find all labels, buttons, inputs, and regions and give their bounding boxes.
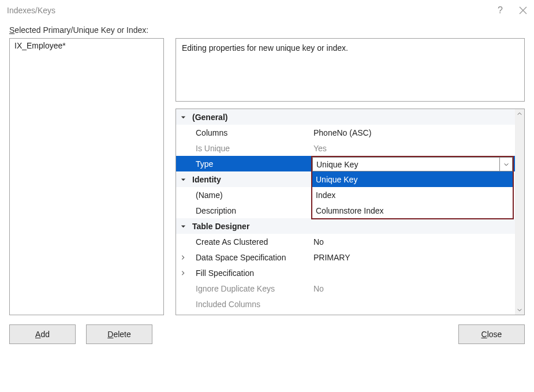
prop-label: Description [190, 206, 311, 215]
add-button[interactable]: Add [9, 324, 76, 344]
close-button[interactable]: Close [458, 324, 525, 344]
prop-create-as-clustered[interactable]: Create As Clustered No [176, 234, 515, 249]
prop-fill-specification[interactable]: Fill Specification [176, 265, 515, 281]
chevron-down-icon[interactable] [176, 223, 190, 229]
prop-label: Ignore Duplicate Keys [190, 284, 311, 293]
delete-button[interactable]: Delete [86, 324, 152, 344]
combobox-option[interactable]: Columnstore Index [312, 203, 513, 218]
category-table-designer[interactable]: Table Designer [176, 218, 515, 234]
prop-included-columns: Included Columns [176, 296, 515, 312]
chevron-right-icon[interactable] [176, 270, 190, 276]
scroll-up-icon[interactable] [515, 109, 524, 118]
scroll-down-icon[interactable] [515, 305, 524, 315]
prop-columns[interactable]: Columns PhoneNo (ASC) [176, 125, 515, 140]
property-grid: (General) Columns PhoneNo (ASC) Is Uniqu… [175, 109, 525, 315]
category-general[interactable]: (General) [176, 109, 515, 125]
list-item[interactable]: IX_Employee* [14, 41, 159, 50]
scrollbar[interactable] [515, 109, 524, 315]
prop-data-space-specification[interactable]: Data Space Specification PRIMARY [176, 249, 515, 265]
prop-value[interactable]: No [311, 237, 515, 247]
index-list[interactable]: IX_Employee* [9, 38, 164, 315]
window-title: Indexes/Keys [7, 6, 55, 15]
list-label: Selected Primary/Unique Key or Index: [9, 25, 525, 35]
prop-label: Type [190, 159, 311, 169]
prop-value: No [311, 284, 515, 293]
prop-ignore-duplicate-keys: Ignore Duplicate Keys No [176, 281, 515, 296]
chevron-down-icon[interactable] [499, 158, 512, 171]
description-panel: Editing properties for new unique key or… [175, 38, 525, 102]
help-button[interactable]: ? [498, 5, 503, 16]
combobox-value[interactable]: Unique Key [313, 160, 499, 169]
prop-is-unique: Is Unique Yes [176, 140, 515, 156]
prop-label: Included Columns [190, 300, 311, 309]
combobox-option[interactable]: Index [312, 187, 513, 203]
prop-label: (Name) [190, 191, 311, 200]
combobox-list: Unique Key Index Columnstore Index [312, 171, 513, 218]
chevron-right-icon[interactable] [176, 255, 190, 260]
prop-value: Yes [311, 144, 515, 153]
type-combobox[interactable]: Unique Key Unique Key Index Columnstore … [311, 156, 514, 219]
titlebar: Indexes/Keys ? [0, 0, 534, 21]
prop-label: Columns [190, 128, 311, 137]
combobox-option[interactable]: Unique Key [312, 171, 513, 187]
prop-label: Is Unique [190, 144, 311, 153]
prop-value[interactable]: PhoneNo (ASC) [311, 128, 515, 137]
chevron-down-icon[interactable] [176, 114, 190, 120]
chevron-down-icon[interactable] [176, 176, 190, 182]
prop-value[interactable]: PRIMARY [311, 253, 515, 262]
close-icon[interactable] [519, 6, 527, 14]
prop-label: Create As Clustered [190, 237, 311, 247]
prop-label: Data Space Specification [190, 253, 311, 262]
prop-label: Fill Specification [190, 268, 311, 278]
